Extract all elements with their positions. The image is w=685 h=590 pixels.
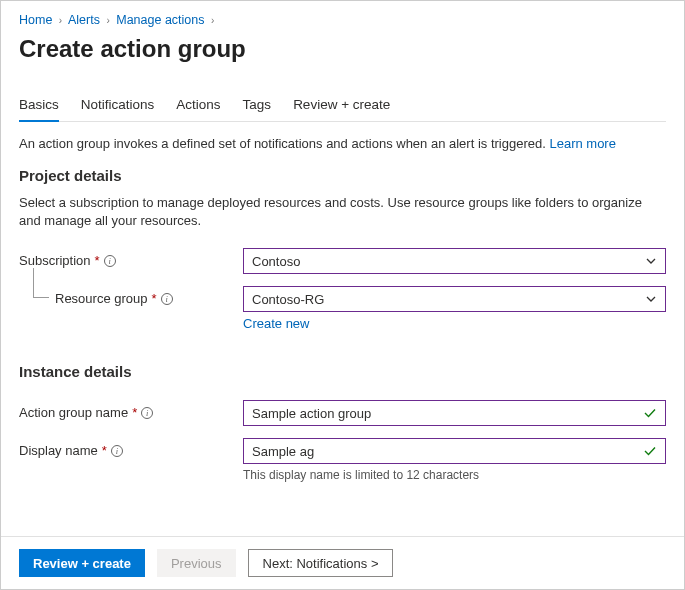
project-details-help: Select a subscription to manage deployed… [19, 194, 666, 230]
breadcrumb-home[interactable]: Home [19, 13, 52, 27]
action-group-name-label: Action group name [19, 405, 128, 420]
tab-tags[interactable]: Tags [243, 91, 272, 122]
chevron-right-icon: › [211, 15, 214, 26]
subscription-label: Subscription [19, 253, 91, 268]
display-name-helper: This display name is limited to 12 chara… [243, 468, 666, 482]
required-indicator: * [102, 443, 107, 458]
required-indicator: * [152, 291, 157, 306]
chevron-right-icon: › [106, 15, 109, 26]
description-text: An action group invokes a defined set of… [19, 136, 666, 151]
subscription-dropdown[interactable]: Contoso [243, 248, 666, 274]
checkmark-icon [643, 444, 657, 458]
chevron-down-icon [645, 255, 657, 267]
project-details-heading: Project details [19, 167, 666, 184]
instance-details-heading: Instance details [19, 363, 666, 380]
info-icon[interactable]: i [141, 407, 153, 419]
learn-more-link[interactable]: Learn more [549, 136, 615, 151]
display-name-input[interactable]: Sample ag [243, 438, 666, 464]
tab-basics[interactable]: Basics [19, 91, 59, 122]
breadcrumb-alerts[interactable]: Alerts [68, 13, 100, 27]
required-indicator: * [132, 405, 137, 420]
next-button[interactable]: Next: Notifications > [248, 549, 394, 577]
resource-group-dropdown[interactable]: Contoso-RG [243, 286, 666, 312]
breadcrumb: Home › Alerts › Manage actions › [19, 13, 666, 27]
previous-button: Previous [157, 549, 236, 577]
chevron-right-icon: › [59, 15, 62, 26]
info-icon[interactable]: i [111, 445, 123, 457]
tab-actions[interactable]: Actions [176, 91, 220, 122]
required-indicator: * [95, 253, 100, 268]
review-create-button[interactable]: Review + create [19, 549, 145, 577]
info-icon[interactable]: i [104, 255, 116, 267]
tab-notifications[interactable]: Notifications [81, 91, 155, 122]
page-title: Create action group [19, 35, 666, 63]
resource-group-label: Resource group [55, 291, 148, 306]
footer: Review + create Previous Next: Notificat… [1, 536, 684, 589]
display-name-label: Display name [19, 443, 98, 458]
breadcrumb-manage-actions[interactable]: Manage actions [116, 13, 204, 27]
tabs: Basics Notifications Actions Tags Review… [19, 91, 666, 122]
action-group-name-input[interactable]: Sample action group [243, 400, 666, 426]
chevron-down-icon [645, 293, 657, 305]
create-new-link[interactable]: Create new [243, 316, 309, 331]
hierarchy-line [33, 268, 49, 298]
tab-review-create[interactable]: Review + create [293, 91, 390, 122]
info-icon[interactable]: i [161, 293, 173, 305]
checkmark-icon [643, 406, 657, 420]
